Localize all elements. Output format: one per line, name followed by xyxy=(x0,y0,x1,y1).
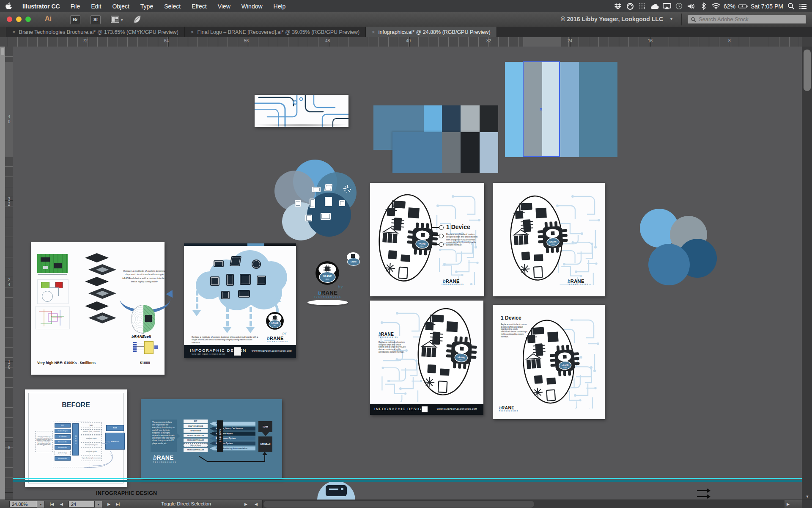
adobe-stock-search[interactable] xyxy=(688,15,806,24)
zoom-level-field[interactable]: 24.88% xyxy=(9,501,37,507)
chip-icon xyxy=(324,184,332,191)
artboard-one-device-right[interactable]: 1 Device Replace a multitude of custom d… xyxy=(370,183,484,296)
bluetooth-icon[interactable] xyxy=(699,2,708,11)
brane-logo-white: bRANE TECHNOLOGIES xyxy=(153,454,177,463)
scroll-down-arrow-icon[interactable]: ▼ xyxy=(802,494,812,499)
launch-bridge-button[interactable]: Br xyxy=(70,15,80,24)
menu-app-name[interactable]: Illustrator CC xyxy=(17,0,65,12)
menu-object[interactable]: Object xyxy=(107,0,134,12)
ruler-corner[interactable] xyxy=(0,37,5,47)
menu-view[interactable]: View xyxy=(212,0,236,12)
dots-grid-icon[interactable] xyxy=(638,2,647,11)
horizontal-scrollbar[interactable] xyxy=(262,500,785,508)
ruler-number: 56 xyxy=(244,39,249,43)
menu-file[interactable]: File xyxy=(65,0,86,12)
tab-infographics-active[interactable]: × infographics.ai* @ 24.88% (RGB/GPU Pre… xyxy=(366,27,497,37)
menu-type[interactable]: Type xyxy=(135,0,159,12)
schematic-sketch xyxy=(37,279,69,304)
brane-cell-badge[interactable]: by bRANE TECHNOLOGIES xyxy=(309,258,359,310)
menu-window[interactable]: Window xyxy=(236,0,268,12)
status-bar: 24.88% ▼ |◀ ◀ 24 ▼ ▶ ▶| Toggle Direct Se… xyxy=(0,500,812,508)
double-arrow-artwork[interactable] xyxy=(697,489,712,500)
zoom-dropdown-button[interactable]: ▼ xyxy=(37,501,45,508)
first-artboard-button[interactable]: |◀ xyxy=(50,502,54,506)
artboard-before-diagram[interactable]: BEFORE These microcontrollers are respon… xyxy=(25,389,127,487)
airplay-display-icon[interactable] xyxy=(662,2,672,11)
artboard-number-field[interactable]: 24 xyxy=(69,501,95,507)
artboard-dropdown-button[interactable]: ▼ xyxy=(95,501,102,508)
menu-help[interactable]: Help xyxy=(268,0,291,12)
time-machine-icon[interactable] xyxy=(675,2,684,11)
next-artboard-button[interactable]: ▶ xyxy=(107,502,110,506)
artboard-compare[interactable]: Replace a multitude of custom designed c… xyxy=(31,242,165,375)
artboard-one-device-left[interactable]: 1 Device Replace a multitude of custom d… xyxy=(493,305,605,419)
stock-search-input[interactable] xyxy=(698,16,803,23)
status-flyout-button[interactable]: ▶ xyxy=(244,502,247,506)
artboard-brain-logo-right[interactable]: bRANE TECHNOLOGIES xyxy=(493,183,605,296)
chip-stack xyxy=(85,301,116,323)
tab-close-icon[interactable]: × xyxy=(191,29,194,35)
circle-cluster-right[interactable] xyxy=(630,203,727,288)
wifi-icon[interactable] xyxy=(711,2,721,11)
hscroll-left-arrow[interactable]: ◀ xyxy=(255,502,258,506)
tab-brochure[interactable]: × Brane Technologies Brochure.ai* @ 173.… xyxy=(6,27,185,37)
last-artboard-button[interactable]: ▶| xyxy=(116,502,120,506)
ic-icon xyxy=(310,199,315,208)
menu-edit[interactable]: Edit xyxy=(85,0,107,12)
menu-select[interactable]: Select xyxy=(159,0,186,12)
zoom-window-button[interactable] xyxy=(25,17,31,22)
circuit-strip-artwork[interactable] xyxy=(255,95,348,127)
prev-artboard-button[interactable]: ◀ xyxy=(60,502,63,506)
yellow-schematic xyxy=(132,340,159,355)
tab-close-icon[interactable]: × xyxy=(12,29,16,35)
compare-body: Replace a multitude of custom designed c… xyxy=(121,269,168,284)
circle-cluster-left[interactable] xyxy=(271,155,381,252)
chip-stack xyxy=(85,253,116,275)
tab-label: infographics.ai* @ 24.88% (RGB/GPU Previ… xyxy=(379,29,491,35)
vertical-ruler[interactable]: 40 32 24 16 8 xyxy=(5,47,13,500)
ruler-number: 24 xyxy=(568,39,572,43)
menu-clock[interactable]: Sat 7:05 PM xyxy=(751,3,783,10)
horizontal-scrollbar-thumb[interactable] xyxy=(263,501,534,508)
tab-close-icon[interactable]: × xyxy=(372,29,375,35)
ruler-number: 48 xyxy=(325,39,330,43)
minimize-window-button[interactable] xyxy=(16,17,22,22)
hscroll-right-arrow[interactable]: ▶ xyxy=(787,502,790,506)
adobe-stock-button[interactable]: St xyxy=(91,15,101,24)
volume-icon[interactable] xyxy=(687,2,696,11)
arrange-documents-button[interactable] xyxy=(111,16,119,25)
ruler-selection-highlight xyxy=(523,37,561,47)
share-feather-icon[interactable] xyxy=(132,14,142,26)
color-swatch-row-bottom[interactable] xyxy=(392,132,498,173)
canvas-infographic-label[interactable]: INFOGRAPHIC DESIGN xyxy=(96,490,157,496)
artboard-flow-diagram[interactable]: These microcontrollers are responsible f… xyxy=(141,399,282,479)
ruler-number: 64 xyxy=(164,39,169,43)
vertical-scrollbar[interactable]: ▼ xyxy=(802,47,812,500)
copyright-caret-icon[interactable]: ▾ xyxy=(670,17,672,21)
battery-icon xyxy=(738,2,748,11)
menu-effect[interactable]: Effect xyxy=(186,0,212,12)
cloud-sync-icon[interactable] xyxy=(650,2,659,11)
artboard-infographic-footer[interactable]: bRANE TECHNOLOGIES Replace a multitude o… xyxy=(370,301,483,415)
stripe-palette-artwork[interactable]: x xyxy=(505,62,617,157)
notification-list-icon[interactable] xyxy=(798,2,808,11)
artboard-canvas[interactable]: x bRANE by xyxy=(13,47,802,500)
vertical-scrollbar-thumb[interactable] xyxy=(804,50,811,91)
creative-cloud-icon[interactable] xyxy=(625,2,635,11)
bottom-circle-artwork[interactable] xyxy=(317,481,355,500)
dropbox-icon[interactable] xyxy=(613,2,623,11)
apple-menu[interactable] xyxy=(0,0,17,12)
tab-final-logo[interactable]: × Final Logo – BRANE [Recovered].ai* @ 3… xyxy=(185,27,366,37)
flow-connector xyxy=(199,456,208,461)
before-bus: CAN BUS xyxy=(72,423,79,456)
chip-icon xyxy=(312,187,321,192)
callout-circles xyxy=(439,225,444,247)
chip-icon xyxy=(339,200,345,206)
close-window-button[interactable] xyxy=(7,17,12,22)
horizontal-ruler[interactable]: 72 64 56 48 40 32 24 16 8 xyxy=(5,37,802,47)
flow-cell: bRANEcell xyxy=(258,436,272,452)
cloud-body: Replace a multitude of custom designed c… xyxy=(192,336,261,344)
artboard-cloud-infographic[interactable]: by bRANE TECHNOLOGIES Replace a multitud… xyxy=(184,243,296,358)
arrange-documents-caret[interactable]: ▾ xyxy=(121,18,123,22)
spotlight-search-icon[interactable] xyxy=(786,2,796,11)
